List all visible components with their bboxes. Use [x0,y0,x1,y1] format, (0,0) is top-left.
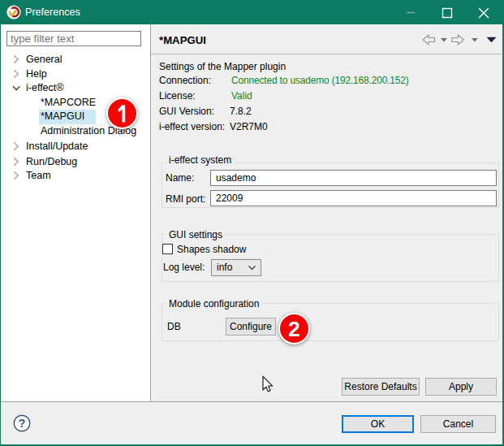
svg-text:?: ? [19,417,26,430]
